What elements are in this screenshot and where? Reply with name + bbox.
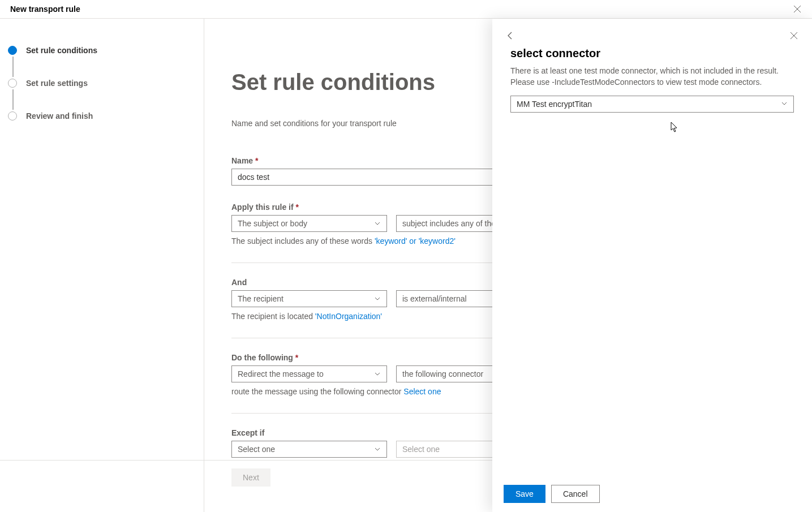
page-header: New transport rule: [0, 0, 812, 19]
dropdown-value: Redirect the message to: [238, 369, 324, 378]
step-label: Review and finish: [26, 111, 93, 121]
chevron-down-icon: [374, 446, 381, 453]
dropdown-value: Select one: [402, 445, 440, 454]
helper-prefix: route the message using the following co…: [231, 387, 403, 396]
step-dot-icon: [8, 111, 17, 121]
back-icon[interactable]: [504, 29, 517, 42]
close-icon[interactable]: [787, 29, 801, 42]
save-button[interactable]: Save: [504, 485, 545, 503]
dropdown-value: The subject or body: [238, 219, 307, 228]
dropdown-value: the following connector: [402, 369, 483, 378]
label-text: Apply this rule if: [231, 203, 294, 212]
step-label: Set rule settings: [26, 79, 88, 88]
dropdown-value: Select one: [238, 445, 275, 454]
and-condition-dropdown[interactable]: The recipient: [231, 290, 387, 307]
step-connector: [12, 57, 14, 77]
required-asterisk: *: [255, 156, 258, 165]
close-icon[interactable]: [793, 5, 802, 14]
label-text: Do the following: [231, 353, 293, 362]
dropdown-value: The recipient: [238, 294, 283, 303]
step-dot-icon: [8, 79, 17, 88]
label-text: Name: [231, 156, 253, 165]
wizard-sidebar: Set rule conditions Set rule settings Re…: [0, 19, 204, 461]
connector-select[interactable]: MM Test encryptTitan: [510, 96, 794, 113]
chevron-down-icon: [374, 295, 381, 302]
helper-prefix: The subject includes any of these words: [231, 236, 375, 246]
except-condition-dropdown[interactable]: Select one: [231, 441, 387, 458]
next-button: Next: [231, 468, 270, 487]
panel-help-text: There is at least one test mode connecto…: [492, 60, 812, 96]
do-action-dropdown[interactable]: Redirect the message to: [231, 365, 387, 382]
apply-condition-dropdown[interactable]: The subject or body: [231, 215, 387, 232]
recipient-scope-link[interactable]: 'NotInOrganization': [315, 312, 382, 321]
select-connector-panel: select connector There is at least one t…: [492, 19, 812, 512]
dropdown-value: is external/internal: [402, 294, 467, 303]
step-set-rule-conditions[interactable]: Set rule conditions: [7, 44, 204, 57]
chevron-down-icon: [781, 100, 788, 109]
step-label: Set rule conditions: [26, 46, 97, 55]
helper-prefix: The recipient is located: [231, 312, 315, 321]
select-connector-link[interactable]: Select one: [403, 387, 441, 396]
step-review-and-finish[interactable]: Review and finish: [7, 110, 204, 122]
required-asterisk: *: [296, 203, 299, 212]
required-asterisk: *: [295, 353, 298, 362]
page-title: New transport rule: [10, 5, 80, 14]
step-connector: [12, 89, 14, 110]
panel-title: select connector: [492, 42, 812, 60]
chevron-down-icon: [374, 220, 381, 227]
cancel-button[interactable]: Cancel: [551, 485, 600, 503]
dropdown-value: MM Test encryptTitan: [517, 100, 592, 109]
step-dot-icon: [8, 46, 17, 55]
keywords-link[interactable]: 'keyword' or 'keyword2': [375, 236, 456, 246]
step-set-rule-settings[interactable]: Set rule settings: [7, 77, 204, 89]
chevron-down-icon: [374, 371, 381, 377]
